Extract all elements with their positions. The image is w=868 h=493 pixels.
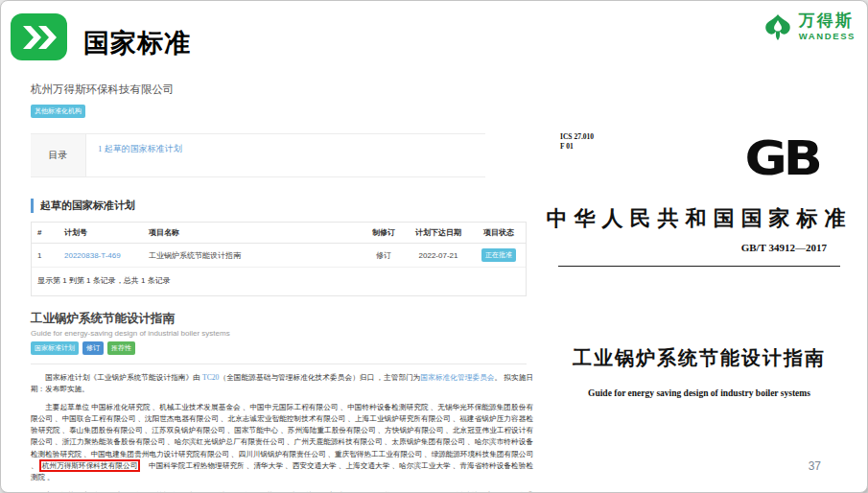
para1-text2: （全国能源基础与管理标准化技术委员会）归口 ，主管部门为 bbox=[219, 373, 420, 382]
standard-plan-webpage-screenshot: 杭州万得斯环保科技有限公司 其他标准化机构 目录 1 起草的国家标准计划 起草的… bbox=[25, 80, 540, 490]
row-index: 1 bbox=[32, 244, 59, 268]
ics-class: F 01 bbox=[560, 142, 594, 152]
toc-block: 目录 1 起草的国家标准计划 bbox=[31, 133, 485, 177]
paragraph-drafting-units: 主要起草单位 中国标准化研究院 、机械工业技术发展基金会 、中国中元国际工程有限… bbox=[31, 402, 533, 484]
badge-national-standard-plan: 国家标准计划 bbox=[31, 341, 79, 355]
ics-classification: ICS 27.010 F 01 bbox=[560, 132, 594, 152]
col-index: # bbox=[32, 223, 59, 244]
gb-logo: GB bbox=[745, 130, 819, 186]
standard-plan-table: # 计划号 项目名称 制修订 计划下达日期 项目状态 1 20220838-T-… bbox=[31, 222, 527, 296]
document-title: 工业锅炉系统节能设计指南 bbox=[31, 311, 540, 327]
highlighted-company: 杭州万得斯环保科技有限公司 bbox=[39, 459, 141, 472]
cover-standard-title: 工业锅炉系统节能设计指南 bbox=[543, 345, 856, 371]
revision-cell: 修订 bbox=[363, 244, 405, 268]
plan-number-link[interactable]: 20220838-T-469 bbox=[64, 251, 121, 260]
gb-standard-cover: ICS 27.010 F 01 GB 中华人民共和国国家标准 GB/T 3491… bbox=[543, 124, 856, 488]
plan-description: 国家标准计划《工业锅炉系统节能设计指南》由 TC20（全国能源基础与管理标准化技… bbox=[31, 372, 533, 493]
ics-code: ICS 27.010 bbox=[560, 132, 594, 142]
table-row: 1 20220838-T-469 工业锅炉系统节能设计指南 修订 2022-07… bbox=[32, 244, 526, 268]
cover-standard-title-en: Guide for energy saving design of indust… bbox=[543, 388, 856, 398]
divider bbox=[31, 364, 527, 364]
standard-code: GB/T 34912—2017 bbox=[741, 242, 827, 253]
cover-country-standard-name: 中华人民共和国国家标准 bbox=[543, 204, 856, 233]
para1-text: 国家标准计划《工业锅炉系统节能设计指南》由 bbox=[45, 373, 202, 382]
company-type-badge: 其他标准化机构 bbox=[31, 105, 85, 118]
document-badges: 国家标准计划 修订 推荐性 bbox=[31, 341, 540, 355]
badge-revision: 修订 bbox=[82, 341, 104, 355]
double-chevron-icon bbox=[11, 13, 67, 60]
col-revision: 制修订 bbox=[363, 223, 405, 244]
col-status: 项目状态 bbox=[472, 223, 526, 244]
company-name: 杭州万得斯环保科技有限公司 bbox=[31, 82, 540, 97]
col-issue-date: 计划下达日期 bbox=[405, 223, 472, 244]
issue-date-cell: 2022-07-21 bbox=[405, 244, 472, 268]
brand-name-cn: 万得斯 bbox=[799, 12, 856, 29]
col-project-name: 项目名称 bbox=[143, 223, 363, 244]
table-header-row: # 计划号 项目名称 制修订 计划下达日期 项目状态 bbox=[32, 223, 526, 244]
slide: 国家标准 万得斯 WANDESS 杭州万得斯环保科技有限公司 其他标准化机构 目… bbox=[0, 0, 868, 493]
toc-link[interactable]: 1 起草的国家标准计划 bbox=[98, 144, 182, 153]
tc20-link[interactable]: TC20 bbox=[202, 373, 219, 382]
brand-logo: 万得斯 WANDESS bbox=[762, 11, 856, 43]
document-subtitle-en: Guide for energy-saving design of indust… bbox=[31, 329, 540, 338]
sac-link[interactable]: 国家标准化管理委员会 bbox=[421, 373, 495, 382]
project-name-cell: 工业锅炉系统节能设计指南 bbox=[143, 244, 363, 268]
slide-page-number: 37 bbox=[809, 459, 821, 473]
badge-recommended: 推荐性 bbox=[107, 341, 135, 355]
cover-rule-line bbox=[558, 266, 840, 267]
brand-text: 万得斯 WANDESS bbox=[799, 12, 856, 41]
section-title: 起草的国家标准计划 bbox=[31, 199, 540, 213]
toc-label: 目录 bbox=[31, 134, 86, 176]
col-plan-no: 计划号 bbox=[59, 223, 143, 244]
status-badge: 正在批准 bbox=[481, 248, 516, 262]
leaf-logo-icon bbox=[762, 11, 794, 43]
table-record-count: 显示第 1 到第 1 条记录，总共 1 条记录 bbox=[32, 268, 526, 295]
brand-name-en: WANDESS bbox=[799, 32, 856, 41]
page-title: 国家标准 bbox=[83, 26, 191, 60]
paragraph-plan-info: 国家标准计划《工业锅炉系统节能设计指南》由 TC20（全国能源基础与管理标准化技… bbox=[31, 372, 533, 396]
chevron-glyphs bbox=[20, 24, 59, 51]
